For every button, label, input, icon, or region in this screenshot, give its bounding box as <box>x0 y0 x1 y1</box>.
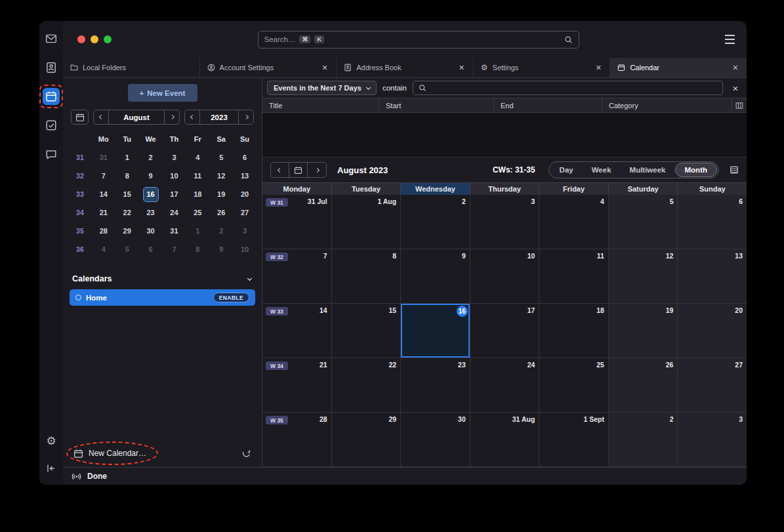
mini-cal-date[interactable]: 5 <box>209 148 233 167</box>
mini-cal-date[interactable]: 21 <box>92 203 115 222</box>
close-window-button[interactable] <box>77 35 85 43</box>
mini-cal-date[interactable]: 9 <box>209 240 233 258</box>
mini-cal-date[interactable]: 5 <box>115 240 139 258</box>
month-cell[interactable]: W 3528 <box>262 413 332 467</box>
sidebar-chat-button[interactable] <box>43 146 60 163</box>
column-header-title[interactable]: Title <box>262 98 379 112</box>
event-filter-dropdown[interactable]: Events in the Next 7 Days <box>267 81 377 95</box>
column-header-end[interactable]: End <box>494 98 602 112</box>
month-cell[interactable]: 25 <box>539 358 609 413</box>
sidebar-collapse-button[interactable] <box>43 460 60 477</box>
month-cell[interactable]: 1 Sept <box>539 413 609 467</box>
mini-cal-date[interactable]: 13 <box>233 167 257 185</box>
calendars-section-header[interactable]: Calendars <box>63 269 262 289</box>
month-cell[interactable]: 2 <box>609 413 678 467</box>
month-cell[interactable]: 26 <box>609 358 678 413</box>
month-cell[interactable]: 8 <box>332 249 402 304</box>
tab-local-folders[interactable]: Local Folders <box>63 58 200 77</box>
next-year-button[interactable] <box>238 110 253 124</box>
month-cell[interactable]: 24 <box>470 358 540 413</box>
month-cell[interactable]: W 3131 Jul <box>262 195 332 249</box>
mini-cal-date[interactable]: 12 <box>209 167 233 185</box>
month-cell[interactable]: 1 Aug <box>332 195 402 249</box>
month-cell[interactable]: 3 <box>470 195 540 249</box>
mini-cal-date[interactable]: 9 <box>139 167 163 185</box>
mini-cal-date[interactable]: 15 <box>115 185 139 203</box>
calendar-list-item[interactable]: HomeENABLE <box>70 289 255 306</box>
mini-cal-date[interactable]: 29 <box>115 222 139 240</box>
next-period-button[interactable] <box>308 163 326 177</box>
today-button[interactable] <box>289 163 308 177</box>
mini-cal-date[interactable]: 26 <box>209 203 233 222</box>
mini-cal-date[interactable]: 7 <box>163 240 186 258</box>
month-cell[interactable]: 23 <box>401 358 470 413</box>
month-cell[interactable]: 6 <box>678 195 747 249</box>
mini-cal-date[interactable]: 10 <box>233 240 257 258</box>
mini-cal-date[interactable]: 16 <box>139 185 163 203</box>
month-cell[interactable]: 31 Aug <box>470 413 540 467</box>
new-event-button[interactable]: + New Event <box>128 84 197 102</box>
tab-address-book[interactable]: Address Book× <box>337 58 474 77</box>
tab-calendar[interactable]: Calendar× <box>610 58 747 77</box>
view-multiweek-button[interactable]: Multiweek <box>621 163 675 177</box>
sidebar-address-book-button[interactable] <box>43 59 60 76</box>
month-cell[interactable]: 29 <box>332 413 402 467</box>
mini-cal-date[interactable]: 30 <box>139 222 163 240</box>
mini-cal-date[interactable]: 3 <box>163 148 186 167</box>
month-cell[interactable]: 30 <box>401 413 470 467</box>
month-cell[interactable]: 19 <box>609 304 678 358</box>
sidebar-tasks-button[interactable] <box>43 117 60 134</box>
mini-cal-date[interactable]: 1 <box>115 148 139 167</box>
column-header-start[interactable]: Start <box>379 98 494 112</box>
mini-cal-date[interactable]: 8 <box>186 240 209 258</box>
mini-cal-date[interactable]: 7 <box>92 167 115 185</box>
mini-cal-date[interactable]: 10 <box>163 167 186 185</box>
mini-cal-date[interactable]: 11 <box>186 167 209 185</box>
mini-cal-date[interactable]: 17 <box>163 185 186 203</box>
next-month-button[interactable] <box>164 110 179 124</box>
new-calendar-button[interactable]: New Calendar… <box>89 449 146 458</box>
mini-cal-date[interactable]: 4 <box>92 240 115 258</box>
mini-cal-date[interactable]: 1 <box>186 222 209 240</box>
month-cell[interactable]: 3 <box>678 413 747 467</box>
mini-cal-date[interactable]: 8 <box>115 167 139 185</box>
close-icon[interactable]: × <box>594 63 602 72</box>
month-cell[interactable]: 9 <box>401 249 470 304</box>
sync-icon[interactable] <box>241 449 251 459</box>
event-search-input[interactable] <box>413 81 723 95</box>
month-cell[interactable]: 2 <box>401 195 470 249</box>
month-cell[interactable]: 20 <box>678 304 747 358</box>
zoom-window-button[interactable] <box>104 35 112 43</box>
global-search-input[interactable]: Search… ⌘ K <box>258 31 579 49</box>
month-cell[interactable]: 5 <box>609 195 678 249</box>
month-cell[interactable]: 4 <box>539 195 609 249</box>
mini-cal-date[interactable]: 22 <box>115 203 139 222</box>
mini-cal-date[interactable]: 20 <box>233 185 257 203</box>
month-cell[interactable]: 16 <box>401 304 470 358</box>
mini-cal-date[interactable]: 31 <box>163 222 186 240</box>
sidebar-gear-button[interactable]: ⚙ <box>43 432 60 449</box>
month-cell[interactable]: 15 <box>332 304 402 358</box>
month-cell[interactable]: W 327 <box>262 249 332 304</box>
column-picker-icon[interactable] <box>732 98 747 112</box>
tab-account-settings[interactable]: Account Settings× <box>200 58 337 77</box>
mini-cal-date[interactable]: 28 <box>92 222 115 240</box>
mini-cal-date[interactable]: 27 <box>233 203 257 222</box>
mini-cal-date[interactable]: 2 <box>209 222 233 240</box>
close-icon[interactable]: × <box>321 63 329 72</box>
mini-calendar-button[interactable] <box>71 110 89 125</box>
column-header-category[interactable]: Category <box>602 98 732 112</box>
minimize-window-button[interactable] <box>91 35 98 43</box>
sidebar-mail-button[interactable] <box>43 30 60 47</box>
app-menu-button[interactable] <box>725 33 735 45</box>
month-cell[interactable]: 17 <box>470 304 540 358</box>
mini-cal-date[interactable]: 31 <box>92 148 115 167</box>
month-cell[interactable]: 13 <box>678 249 747 304</box>
mini-cal-date[interactable]: 23 <box>139 203 163 222</box>
mini-cal-date[interactable]: 6 <box>233 148 257 167</box>
month-cell[interactable]: 10 <box>470 249 540 304</box>
month-cell[interactable]: W 3421 <box>262 358 332 413</box>
month-cell[interactable]: W 3314 <box>262 304 332 358</box>
prev-period-button[interactable] <box>271 163 289 177</box>
mini-cal-date[interactable]: 18 <box>186 185 209 203</box>
